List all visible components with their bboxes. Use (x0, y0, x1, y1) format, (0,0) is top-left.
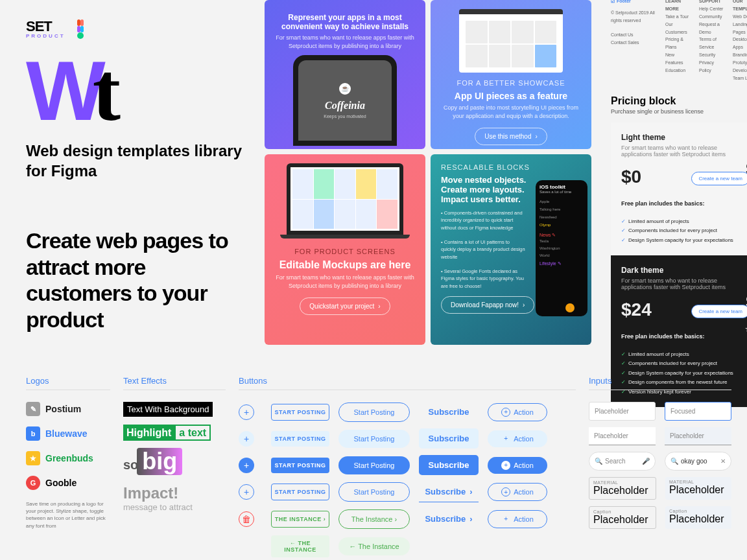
instance-pill[interactable]: ← The Instance (338, 537, 410, 555)
text-input[interactable]: Placeholder (589, 402, 656, 421)
subscribe-button[interactable]: Subscribe (419, 428, 479, 449)
text-input-underline[interactable]: Placeholder (665, 427, 731, 445)
search-input[interactable]: 🔍okay goo✕ (665, 452, 731, 471)
logo-description: Save time on producing a logo for your p… (26, 500, 110, 530)
subscribe-button[interactable]: Subscribe (419, 402, 479, 422)
impact-text: Impact! (123, 484, 226, 502)
highlight-text: Highlighta text (123, 427, 226, 439)
close-icon[interactable]: ✕ (720, 458, 726, 465)
subscribe-button[interactable]: Subscribe (419, 455, 479, 475)
chevron-right-icon: › (523, 301, 525, 309)
ios-device-mockup: iOS toolkit Saves a lot of time AppleTal… (536, 180, 587, 316)
action-button[interactable]: +Action (488, 510, 547, 528)
logo-greenbuds: ★Greenbuds (26, 451, 110, 465)
start-posting-pill[interactable]: Start Posting (338, 482, 410, 502)
setproduct-logo: SET PRODUCT (26, 18, 65, 39)
pricing-subtitle: Purchase single or business license (611, 108, 747, 115)
delete-round-button[interactable]: 🗑 (239, 511, 254, 527)
section-buttons: Buttons (239, 376, 576, 390)
material-input[interactable]: MATERIALPlaceholder (589, 477, 656, 500)
brand-logos: SET PRODUCT (26, 18, 246, 39)
start-posting-button[interactable]: START POSTING (271, 431, 329, 447)
laptop-mockup (287, 163, 403, 235)
start-posting-pill[interactable]: Start Posting (338, 402, 410, 422)
chevron-right-icon: › (535, 133, 537, 140)
instance-pill[interactable]: The Instance › (338, 509, 410, 529)
caption-input[interactable]: CaptionPlaceholder (589, 506, 656, 529)
chevron-right-icon: › (378, 303, 380, 310)
start-posting-button[interactable]: START POSTING (271, 484, 329, 500)
card-represent-apps: Represent your apps in a most convenient… (265, 0, 425, 149)
quickstart-button[interactable]: Quickstart your project› (300, 298, 390, 315)
material-input[interactable]: MATERIALPlaceholder (665, 477, 731, 500)
search-icon: 🔍 (670, 458, 678, 465)
section-inputs: Inputs (589, 376, 731, 390)
action-button[interactable]: +Action (488, 457, 547, 474)
text-with-background: Text With Background (123, 402, 213, 417)
main-heading: Create web pages to attract more custome… (26, 228, 246, 333)
section-logos: Logos (26, 376, 110, 390)
action-button[interactable]: +Action (488, 483, 547, 501)
download-button[interactable]: Download Fapapp now!› (441, 296, 534, 314)
card-ui-pieces: FOR A BETTER SHOWCASE App UI pieces as a… (431, 0, 591, 149)
plus-round-button[interactable]: + (239, 484, 254, 500)
logo-gooble: GGooble (26, 476, 110, 490)
card-rescalable-blocks: RESCALABLE BLOCKS Move nested objects. C… (431, 154, 591, 345)
start-posting-button[interactable]: START POSTING (271, 458, 329, 473)
create-team-button[interactable]: Create a new team (691, 172, 747, 185)
caption-input[interactable]: CaptionPlaceholder (665, 506, 731, 529)
text-input-underline[interactable]: Placeholder (589, 427, 656, 445)
search-icon: 🔍 (595, 458, 602, 465)
subscribe-button[interactable]: Subscribe (419, 482, 479, 502)
figma-icon (77, 19, 90, 38)
search-input[interactable]: 🔍Search🎤 (589, 452, 656, 471)
pricing-card-light: Light theme For smart teams who want to … (611, 122, 747, 255)
section-text-effects: Text Effects (123, 376, 226, 390)
plus-round-button[interactable]: + (239, 458, 254, 473)
logo-postium: ✎Postium (26, 402, 110, 416)
start-posting-button[interactable]: START POSTING (271, 404, 329, 421)
plus-round-button[interactable]: + (239, 404, 254, 420)
footer-block: ☑ Footer© Setproduct 2019 All rights res… (611, 0, 747, 82)
action-button[interactable]: +Action (488, 403, 547, 421)
impact-subtitle: message to attract (123, 502, 226, 512)
action-button[interactable]: +Action (488, 430, 547, 447)
start-posting-pill[interactable]: Start Posting (338, 456, 410, 474)
text-input-focused[interactable]: Focused (665, 402, 731, 421)
so-big-text: sobig (123, 448, 226, 475)
card-editable-mockups: FOR PRODUCT SCREENS Editable Mockups are… (265, 154, 425, 345)
create-team-button[interactable]: Create a new team (691, 305, 747, 318)
phone-mockup: ☕ Coffeinia Keeps you motivated (293, 55, 397, 146)
use-method-button[interactable]: Use this method› (475, 128, 547, 145)
subscribe-button[interactable]: Subscribe (419, 509, 479, 529)
wt-hero-logo: Wt (26, 55, 246, 128)
ui-mockup (459, 9, 563, 73)
subtitle: Web design templates library for Figma (26, 141, 246, 181)
pricing-title: Pricing block (611, 95, 747, 107)
plus-round-button[interactable]: + (239, 431, 254, 447)
logo-bluewave: bBluewave (26, 426, 110, 441)
instance-button[interactable]: ← THE INSTANCE (271, 535, 329, 557)
instance-button[interactable]: THE INSTANCE › (271, 511, 329, 528)
start-posting-pill[interactable]: Start Posting (338, 430, 410, 448)
mic-icon: 🎤 (642, 458, 650, 465)
